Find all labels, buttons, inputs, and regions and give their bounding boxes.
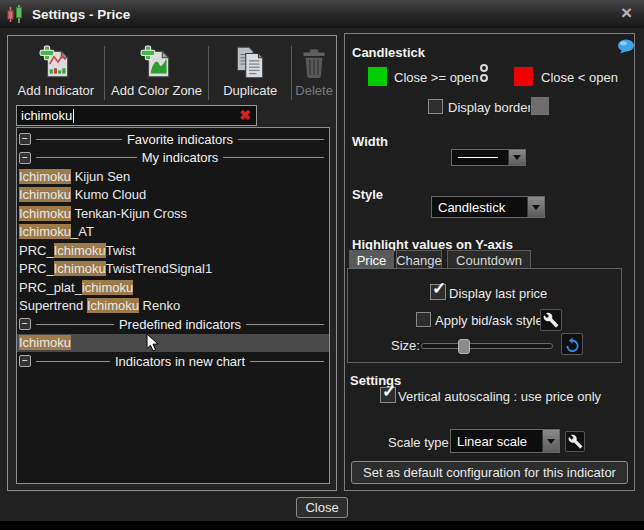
delete-label: Delete bbox=[295, 83, 333, 98]
section-header-candlestick: Candlestick bbox=[352, 45, 425, 60]
list-item[interactable]: PRC_IchimokuTwist bbox=[17, 241, 329, 260]
indicator-toolbar: Add Indicator Add Color Zone bbox=[8, 42, 336, 104]
apply-bid-ask-label: Apply bid/ask style bbox=[435, 313, 543, 328]
reset-icon bbox=[564, 336, 581, 353]
settings-dialog: Settings - Price × bbox=[0, 0, 644, 521]
text-caret bbox=[73, 109, 74, 123]
window-title: Settings - Price bbox=[32, 7, 130, 22]
close-up-label: Close >= open bbox=[394, 70, 479, 85]
wrench-icon bbox=[568, 434, 583, 449]
close-down-label: Close < open bbox=[541, 70, 618, 85]
list-section-header[interactable]: −Favorite indicators bbox=[17, 130, 329, 149]
vertical-autoscaling-checkbox[interactable]: ✓ bbox=[380, 387, 396, 403]
list-section-header[interactable]: −Indicators in new chart bbox=[17, 352, 329, 371]
mouse-cursor bbox=[146, 333, 160, 353]
size-reset-button[interactable] bbox=[561, 333, 583, 355]
list-item[interactable]: Ichimoku Kijun Sen bbox=[17, 167, 329, 186]
style-value: Candlestick bbox=[438, 200, 505, 215]
duplicate-icon bbox=[232, 44, 268, 82]
list-section-header[interactable]: −My indicators bbox=[17, 149, 329, 168]
line-width-sample bbox=[458, 157, 498, 158]
scale-type-dropdown[interactable]: Linear scale bbox=[450, 429, 560, 453]
section-label: My indicators bbox=[142, 150, 219, 165]
add-indicator-label: Add Indicator bbox=[18, 83, 95, 98]
chevron-down-icon bbox=[542, 430, 559, 452]
set-default-button[interactable]: Set as default configuration for this in… bbox=[351, 461, 628, 484]
search-value: ichimoku bbox=[21, 108, 72, 123]
list-item[interactable]: PRC_plat_ichimoku bbox=[17, 278, 329, 297]
indicator-list[interactable]: −Favorite indicators−My indicatorsIchimo… bbox=[16, 127, 330, 484]
width-dropdown[interactable] bbox=[451, 149, 526, 166]
link-colors-icon[interactable] bbox=[480, 63, 488, 83]
candlestick-settings-panel: Candlestick Close >= open Close < open D… bbox=[344, 33, 635, 491]
vertical-autoscaling-label: Vertical autoscaling : use price only bbox=[398, 389, 601, 404]
add-indicator-button[interactable]: Add Indicator bbox=[8, 42, 104, 104]
scale-type-value: Linear scale bbox=[457, 434, 527, 449]
tab-countdown[interactable]: Countdown bbox=[447, 250, 531, 269]
chevron-down-icon bbox=[508, 150, 525, 165]
border-color-swatch[interactable] bbox=[530, 96, 550, 116]
collapse-icon[interactable]: − bbox=[19, 355, 31, 367]
candlestick-app-icon bbox=[6, 4, 26, 24]
display-border-checkbox[interactable] bbox=[428, 99, 443, 114]
delete-button[interactable]: Delete bbox=[292, 42, 336, 104]
window-close-icon[interactable]: × bbox=[621, 2, 632, 24]
bid-ask-settings-button[interactable] bbox=[540, 309, 562, 331]
display-border-label: Display border bbox=[448, 100, 532, 115]
help-bubble-icon[interactable] bbox=[617, 39, 635, 54]
list-item[interactable]: Ichimoku bbox=[17, 334, 329, 353]
chevron-down-icon bbox=[527, 197, 544, 217]
close-button[interactable]: Close bbox=[296, 497, 348, 518]
close-up-color-swatch[interactable] bbox=[367, 66, 388, 87]
close-down-color-swatch[interactable] bbox=[513, 66, 534, 87]
duplicate-label: Duplicate bbox=[223, 83, 277, 98]
scale-type-settings-button[interactable] bbox=[565, 431, 585, 452]
display-last-price-label: Display last price bbox=[449, 286, 547, 301]
trash-icon bbox=[297, 44, 331, 82]
add-color-zone-icon bbox=[139, 44, 175, 82]
list-section-header[interactable]: −Predefined indicators bbox=[17, 315, 329, 334]
style-label: Style bbox=[352, 187, 383, 202]
scale-type-label: Scale type bbox=[388, 435, 449, 450]
display-last-price-checkbox[interactable]: ✓ bbox=[430, 284, 446, 300]
section-label: Indicators in new chart bbox=[115, 354, 245, 369]
section-label: Favorite indicators bbox=[127, 132, 233, 147]
tab-change[interactable]: Change bbox=[396, 250, 442, 269]
indicator-panel: Add Indicator Add Color Zone bbox=[7, 35, 337, 491]
list-item[interactable]: PRC_IchimokuTwistTrendSignal1 bbox=[17, 260, 329, 279]
list-item[interactable]: Ichimoku Tenkan-Kijun Cross bbox=[17, 204, 329, 223]
indicator-search-input[interactable]: ichimoku ✖ bbox=[16, 105, 257, 126]
add-color-zone-button[interactable]: Add Color Zone bbox=[105, 42, 209, 104]
list-item[interactable]: Ichimoku_AT bbox=[17, 223, 329, 242]
size-label: Size: bbox=[391, 338, 420, 353]
tab-price[interactable]: Price bbox=[349, 250, 394, 269]
apply-bid-ask-checkbox[interactable] bbox=[416, 312, 431, 327]
size-slider-thumb[interactable] bbox=[458, 339, 470, 354]
collapse-icon[interactable]: − bbox=[19, 318, 31, 330]
size-slider[interactable] bbox=[421, 343, 553, 349]
clear-search-icon[interactable]: ✖ bbox=[239, 107, 251, 123]
width-label: Width bbox=[352, 134, 388, 149]
collapse-icon[interactable]: − bbox=[19, 133, 31, 145]
add-indicator-icon bbox=[38, 44, 74, 82]
style-dropdown[interactable]: Candlestick bbox=[431, 196, 545, 218]
section-label: Predefined indicators bbox=[119, 317, 241, 332]
titlebar: Settings - Price × bbox=[0, 0, 644, 28]
wrench-icon bbox=[543, 312, 559, 328]
list-item[interactable]: Supertrend Ichimoku Renko bbox=[17, 297, 329, 316]
list-item[interactable]: Ichimoku Kumo Cloud bbox=[17, 186, 329, 205]
add-color-zone-label: Add Color Zone bbox=[111, 83, 202, 98]
collapse-icon[interactable]: − bbox=[19, 152, 31, 164]
duplicate-button[interactable]: Duplicate bbox=[209, 42, 291, 104]
